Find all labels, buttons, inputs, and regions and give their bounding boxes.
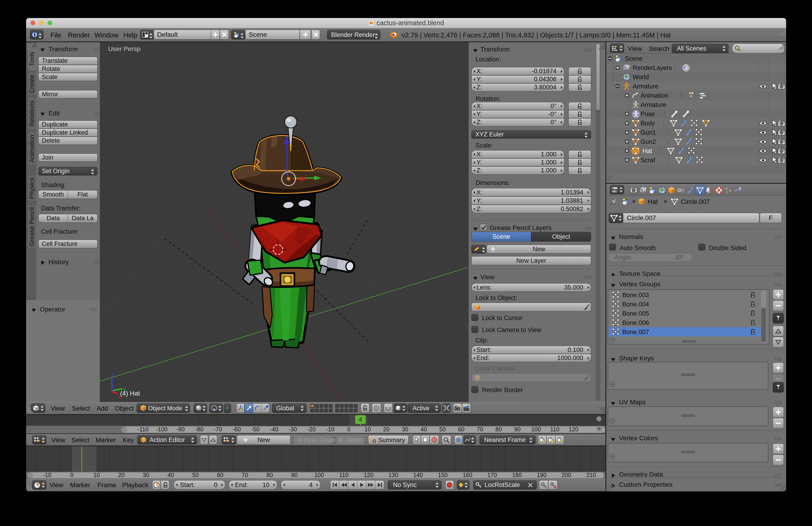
svg-text:70: 70 <box>477 426 483 433</box>
svg-text:-90: -90 <box>176 426 185 433</box>
svg-text:30: 30 <box>402 426 408 433</box>
svg-text:50: 50 <box>192 472 199 478</box>
svg-text:100: 100 <box>531 426 541 433</box>
svg-text:20: 20 <box>383 426 390 433</box>
svg-text:80: 80 <box>266 472 273 478</box>
svg-text:100: 100 <box>314 472 324 478</box>
svg-text:-50: -50 <box>251 426 260 433</box>
svg-text:110: 110 <box>550 426 560 433</box>
svg-text:130: 130 <box>389 472 398 478</box>
svg-text:-30: -30 <box>289 426 297 433</box>
svg-text:150: 150 <box>438 472 448 478</box>
svg-text:180: 180 <box>512 472 522 478</box>
svg-text:60: 60 <box>217 472 223 478</box>
svg-text:60: 60 <box>458 426 464 433</box>
svg-text:170: 170 <box>487 472 497 478</box>
svg-text:-20: -20 <box>307 426 316 433</box>
svg-text:90: 90 <box>514 426 521 433</box>
svg-text:-100: -100 <box>156 426 168 433</box>
svg-text:4: 4 <box>359 416 362 423</box>
svg-text:-70: -70 <box>214 426 222 433</box>
svg-text:140: 140 <box>413 472 423 478</box>
svg-text:70: 70 <box>242 472 248 478</box>
svg-text:0: 0 <box>347 426 350 433</box>
svg-text:-110: -110 <box>137 426 148 433</box>
svg-text:User Persp: User Persp <box>108 45 141 52</box>
svg-text:210: 210 <box>586 472 596 478</box>
svg-text:10: 10 <box>93 472 100 478</box>
svg-text:(4) Hat: (4) Hat <box>120 390 140 397</box>
svg-text:-80: -80 <box>195 426 203 433</box>
svg-text:120: 120 <box>569 426 578 433</box>
svg-text:z: z <box>111 371 114 378</box>
svg-text:120: 120 <box>364 472 374 478</box>
svg-text:160: 160 <box>463 472 472 478</box>
svg-text:-60: -60 <box>232 426 241 433</box>
svg-text:-40: -40 <box>270 426 278 433</box>
svg-text:80: 80 <box>495 426 502 433</box>
svg-text:90: 90 <box>291 472 298 478</box>
svg-text:200: 200 <box>562 472 571 478</box>
svg-text:0: 0 <box>70 472 73 478</box>
svg-text:40: 40 <box>421 426 427 433</box>
svg-text:110: 110 <box>339 472 348 478</box>
svg-text:190: 190 <box>537 472 547 478</box>
svg-text:30: 30 <box>143 472 149 478</box>
svg-text:40: 40 <box>168 472 174 478</box>
svg-text:-10: -10 <box>43 472 51 478</box>
svg-text:50: 50 <box>439 426 446 433</box>
svg-text:-10: -10 <box>326 426 334 433</box>
svg-text:10: 10 <box>364 426 371 433</box>
svg-text:20: 20 <box>118 472 125 478</box>
